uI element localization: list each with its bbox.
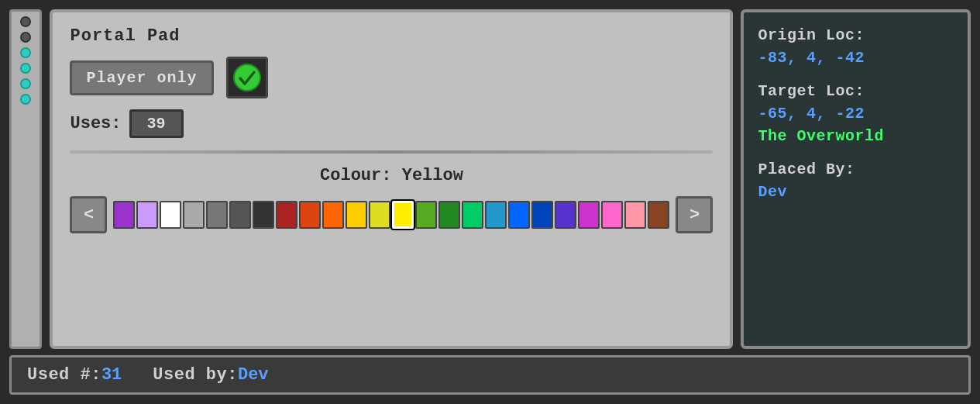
swatch-14[interactable] <box>438 201 460 229</box>
swatch-10[interactable] <box>346 201 367 229</box>
swatch-16[interactable] <box>485 201 507 229</box>
swatch-22[interactable] <box>624 201 646 229</box>
arrow-left-button[interactable]: < <box>70 196 107 233</box>
colour-row: Colour: Yellow <box>70 166 713 185</box>
target-loc-value: -65, 4, -22 <box>758 105 954 123</box>
scroll-dot-6 <box>20 94 31 105</box>
swatch-18[interactable] <box>531 201 553 229</box>
divider <box>70 150 713 154</box>
scroll-dot-3 <box>20 47 31 58</box>
swatch-8[interactable] <box>299 201 321 229</box>
svg-point-0 <box>234 64 260 91</box>
portal-pad-panel: Portal Pad Player only Uses: Colour: Yel… <box>50 9 733 349</box>
used-by-value: Dev <box>238 365 269 385</box>
used-hash-value: 31 <box>101 365 122 385</box>
arrow-right-button[interactable]: > <box>676 196 713 233</box>
scrollbar-panel <box>9 9 42 349</box>
scroll-dot-2 <box>20 32 31 43</box>
bottom-bar: Used #: 31 Used by: Dev <box>0 355 980 404</box>
swatch-7[interactable] <box>276 201 297 229</box>
swatch-9[interactable] <box>322 201 344 229</box>
placed-by-label: Placed By: <box>758 161 954 178</box>
check-icon-button[interactable] <box>226 57 268 98</box>
used-by-label: Used by: <box>153 365 238 385</box>
scroll-dot-5 <box>20 78 31 89</box>
swatch-15[interactable] <box>462 201 483 229</box>
info-panel: Origin Loc: -83, 4, -42 Target Loc: -65,… <box>741 9 971 349</box>
colour-swatches <box>113 201 669 229</box>
swatch-19[interactable] <box>555 201 576 229</box>
panel-title: Portal Pad <box>70 26 713 46</box>
used-hash-label: Used #: <box>27 365 101 385</box>
swatch-2[interactable] <box>160 201 181 229</box>
swatch-0[interactable] <box>113 201 135 229</box>
origin-loc-label: Origin Loc: <box>758 26 954 44</box>
target-loc-label: Target Loc: <box>758 82 954 100</box>
player-only-button[interactable]: Player only <box>70 60 213 95</box>
swatch-11[interactable] <box>369 201 390 229</box>
uses-row: Uses: <box>70 109 713 138</box>
mode-row: Player only <box>70 57 713 98</box>
swatch-20[interactable] <box>578 201 600 229</box>
colour-label: Colour: Yellow <box>320 166 463 185</box>
dimension-value: The Overworld <box>758 127 954 145</box>
swatch-21[interactable] <box>601 201 623 229</box>
uses-input[interactable] <box>129 109 184 138</box>
origin-loc-value: -83, 4, -42 <box>758 49 954 67</box>
swatch-4[interactable] <box>206 201 228 229</box>
checkmark-icon <box>232 63 262 92</box>
uses-label: Uses: <box>70 114 121 133</box>
swatch-6[interactable] <box>253 201 274 229</box>
colour-picker-row: < > <box>70 196 713 233</box>
swatch-17[interactable] <box>508 201 530 229</box>
scroll-dot-4 <box>20 63 31 74</box>
scroll-dot-1 <box>20 16 31 27</box>
placed-by-value: Dev <box>758 183 954 201</box>
swatch-12[interactable] <box>392 201 414 229</box>
swatch-23[interactable] <box>648 201 669 229</box>
status-bar: Used #: 31 Used by: Dev <box>9 355 971 395</box>
swatch-5[interactable] <box>229 201 251 229</box>
swatch-13[interactable] <box>415 201 437 229</box>
swatch-3[interactable] <box>183 201 205 229</box>
swatch-1[interactable] <box>136 201 158 229</box>
